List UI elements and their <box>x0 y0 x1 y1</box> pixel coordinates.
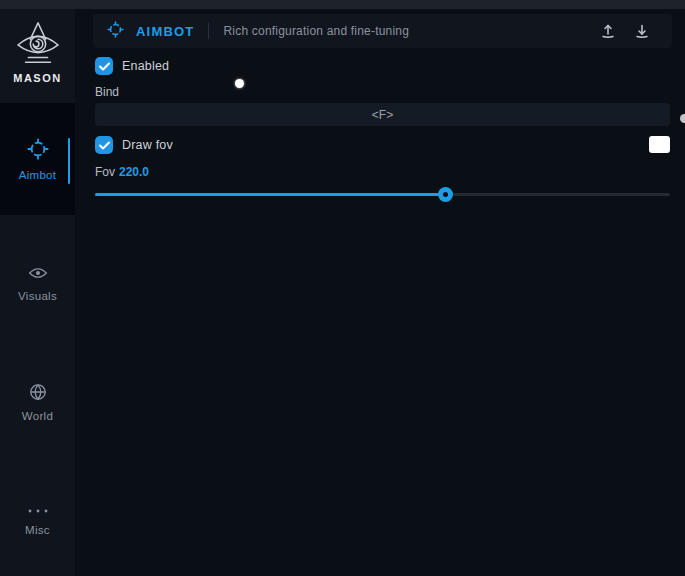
fov-slider-label: Fov <box>95 165 115 179</box>
ellipsis-icon <box>27 501 49 519</box>
app-window: MASON Aimbot Visuals <box>0 0 685 576</box>
fov-slider-value: 220.0 <box>119 165 149 179</box>
bind-key-value: <F> <box>372 108 393 122</box>
checkmark-icon <box>99 141 110 150</box>
sidebar-item-world[interactable]: World <box>0 383 75 422</box>
enabled-checkbox[interactable] <box>95 57 113 75</box>
fov-slider-fill <box>95 193 446 196</box>
bind-key-input[interactable]: <F> <box>95 103 670 126</box>
eye-of-providence-icon <box>15 19 61 69</box>
bind-field-label: Bind <box>95 85 119 99</box>
export-config-button[interactable] <box>596 19 620 43</box>
sidebar-item-label: World <box>22 410 53 422</box>
sidebar-item-visuals[interactable]: Visuals <box>0 265 75 302</box>
fov-slider[interactable] <box>95 187 670 202</box>
window-top-strip <box>0 0 685 9</box>
globe-icon <box>29 383 47 405</box>
sidebar-item-label: Aimbot <box>19 169 57 181</box>
checkmark-icon <box>99 62 110 71</box>
fov-color-swatch[interactable] <box>649 136 670 153</box>
sidebar: MASON Aimbot Visuals <box>0 9 75 576</box>
fov-slider-label-row: Fov220.0 <box>95 165 149 179</box>
page-header: AIMBOT Rich configuration and fine-tunin… <box>93 14 672 48</box>
sidebar-item-misc[interactable]: Misc <box>0 501 75 536</box>
brand-logo: MASON <box>0 19 75 84</box>
bind-input-dot <box>680 114 685 123</box>
crosshair-icon <box>27 138 49 164</box>
crosshair-icon <box>107 21 124 42</box>
upload-icon <box>600 23 616 39</box>
draw-fov-checkbox[interactable] <box>95 136 113 154</box>
page-title: AIMBOT <box>136 24 194 39</box>
active-tab-indicator <box>68 138 70 184</box>
main-panel: AIMBOT Rich configuration and fine-tunin… <box>75 9 685 576</box>
header-divider <box>208 23 209 39</box>
page-subtitle: Rich configuration and fine-tuning <box>223 24 409 38</box>
fov-slider-thumb[interactable] <box>438 187 453 202</box>
download-icon <box>634 23 650 39</box>
draw-fov-checkbox-label: Draw fov <box>122 138 173 152</box>
eye-icon <box>28 265 48 285</box>
sidebar-item-aimbot[interactable]: Aimbot <box>0 103 75 215</box>
enabled-checkbox-label: Enabled <box>122 59 169 73</box>
mouse-cursor-dot <box>235 79 244 88</box>
import-config-button[interactable] <box>630 19 654 43</box>
sidebar-item-label: Visuals <box>18 290 57 302</box>
sidebar-item-label: Misc <box>25 524 50 536</box>
brand-name: MASON <box>13 72 61 84</box>
